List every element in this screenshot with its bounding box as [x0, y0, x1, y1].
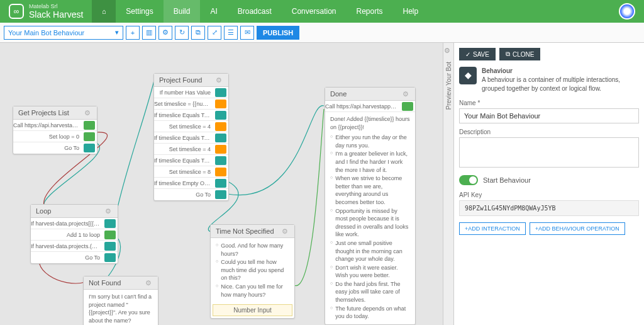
- home-button[interactable]: ⌂: [92, 0, 116, 23]
- number-input-slot[interactable]: Number Input: [213, 304, 292, 316]
- row-text: Call https://api.harvestapp.com/api/v2/.…: [13, 122, 82, 128]
- copy-button[interactable]: ⧉: [191, 26, 205, 40]
- node-not-found[interactable]: Not Found⚙ I'm sorry but I can't find a …: [83, 276, 158, 325]
- node-get-projects[interactable]: Get Projects List⚙ Call https://api.harv…: [13, 106, 97, 154]
- node-time-not-specified[interactable]: Time Not Specified⚙ Good. And for how ma…: [210, 224, 295, 319]
- node-row[interactable]: Add 1 to loop: [31, 229, 118, 241]
- nav-settings[interactable]: Settings: [116, 0, 163, 23]
- row-text: Set timeslice = 4: [154, 146, 213, 152]
- toggle-label: Start Behaviour: [483, 176, 531, 184]
- nav-ai[interactable]: AI: [200, 0, 227, 23]
- save-button[interactable]: ✓ SAVE: [459, 48, 496, 60]
- expand-button[interactable]: ⤢: [208, 26, 221, 40]
- row-text: If timeslice Equals To half day: [154, 112, 213, 118]
- add-behaviour-op-button[interactable]: +ADD BEHAVIOUR OPERATION: [530, 222, 625, 235]
- node-title: Project Found: [159, 76, 202, 84]
- name-input[interactable]: [459, 108, 639, 123]
- node-row[interactable]: Call https://api.harvestapp.com/api/v2/.…: [13, 120, 97, 131]
- node-title: Get Projects List: [18, 109, 69, 117]
- publish-button[interactable]: PUBLISH: [257, 26, 299, 40]
- row-text: Go To: [13, 145, 82, 151]
- gear-icon[interactable]: ⚙: [145, 279, 153, 287]
- row-badge: [215, 100, 226, 108]
- node-row[interactable]: Go To: [154, 189, 228, 200]
- main-nav: SettingsBuildAIBroadcastConversationRepo…: [116, 0, 428, 23]
- list-button[interactable]: ☰: [224, 26, 238, 40]
- gear-icon[interactable]: ⚙: [444, 47, 453, 55]
- node-row[interactable]: Go To: [31, 252, 118, 263]
- node-loop[interactable]: Loop⚙ If harvest-data.projects[{{loop}}]…: [30, 204, 118, 264]
- node-row[interactable]: Go To: [13, 142, 97, 154]
- gear-icon[interactable]: ⚙: [105, 207, 113, 215]
- node-row[interactable]: Set timeslice = 4: [154, 121, 228, 132]
- node-row[interactable]: Set timeslice = 8: [154, 166, 228, 178]
- message-button[interactable]: ✉: [240, 26, 254, 40]
- gear-icon[interactable]: ⚙: [84, 109, 92, 117]
- node-title: Time Not Specified: [216, 227, 274, 235]
- row-badge: [215, 145, 226, 154]
- row-text: If harvest-data.projects.(Length) Great.…: [31, 243, 103, 249]
- node-row[interactable]: If timeslice Equals To all day: [154, 155, 228, 166]
- node-row[interactable]: Set timeslice = {{number}}: [154, 98, 228, 110]
- row-text: Set loop = 0: [13, 134, 82, 140]
- row-text: Go To: [31, 254, 103, 261]
- gear-icon[interactable]: ⚙: [216, 76, 223, 84]
- bot-selector[interactable]: Your Main Bot Behaviour ▾: [4, 26, 123, 40]
- avatar[interactable]: [619, 3, 635, 20]
- brand-supertitle: Matelab Srl: [29, 4, 83, 9]
- node-title: Not Found: [89, 279, 121, 287]
- node-row[interactable]: If number Has Value: [154, 87, 228, 98]
- node-row[interactable]: If harvest-data.projects.(Length) Great.…: [31, 241, 118, 252]
- node-done[interactable]: Done⚙ Call https://api.harvestapp.com/ap…: [325, 87, 416, 325]
- name-label: Name *: [459, 100, 639, 106]
- row-text: If harvest-data.projects[{{loop}}].name.…: [31, 220, 103, 227]
- bullet-item: Opportunity is missed by most people bec…: [330, 207, 410, 239]
- flow-canvas[interactable]: Get Projects List⚙ Call https://api.harv…: [0, 43, 443, 325]
- clone-button[interactable]: ⧉ CLONE: [499, 48, 540, 60]
- toolbar: Your Main Bot Behaviour ▾ + ▥ ⚙ ↻ ⧉ ⤢ ☰ …: [0, 23, 644, 43]
- main-area: Get Projects List⚙ Call https://api.harv…: [0, 43, 644, 325]
- bullet-item: The future depends on what you do today.: [330, 305, 410, 321]
- row-text: Set timeslice = 4: [154, 123, 213, 130]
- node-project-found[interactable]: Project Found⚙ If number Has ValueSet ti…: [153, 73, 229, 201]
- gear-icon[interactable]: ⚙: [282, 227, 289, 235]
- row-text: If timeslice Equals To all day: [154, 157, 213, 164]
- node-row[interactable]: Set timeslice = 4: [154, 144, 228, 155]
- bullet-item: Could you tell me how much time did you …: [216, 258, 289, 282]
- row-text: Go To: [154, 191, 213, 198]
- node-title: Done: [330, 90, 347, 98]
- bullet-item: When we strive to become better than we …: [330, 174, 410, 206]
- settings-button[interactable]: ⚙: [158, 26, 172, 40]
- node-row[interactable]: Set loop = 0: [13, 131, 97, 142]
- add-button[interactable]: +: [126, 26, 140, 40]
- app-header: ∞ Matelab Srl Slack Harvest ⌂ SettingsBu…: [0, 0, 644, 23]
- nav-conversation[interactable]: Conversation: [282, 0, 347, 23]
- nav-reports[interactable]: Reports: [347, 0, 393, 23]
- gear-icon[interactable]: ⚙: [402, 90, 410, 98]
- nav-help[interactable]: Help: [393, 0, 429, 23]
- node-row[interactable]: If timeslice Equals To half day: [154, 132, 228, 144]
- start-toggle[interactable]: [459, 175, 478, 185]
- row-badge: [84, 132, 95, 141]
- chart-button[interactable]: ▥: [142, 26, 156, 40]
- row-badge: [215, 122, 226, 131]
- description-input[interactable]: [459, 137, 639, 168]
- row-text: If timeslice Empty Or Unset: [154, 180, 213, 186]
- api-key-value[interactable]: 98PZw1LG45NYdPM8QWAyJ5YB: [459, 200, 639, 216]
- preview-tab[interactable]: Preview Your Bot: [445, 62, 452, 110]
- row-text: If number Has Value: [154, 89, 213, 96]
- row-badge: [215, 190, 226, 199]
- row-badge: [104, 219, 116, 228]
- node-row[interactable]: If timeslice Equals To half day: [154, 110, 228, 121]
- node-row[interactable]: If harvest-data.projects[{{loop}}].name.…: [31, 218, 118, 229]
- add-interaction-button[interactable]: +ADD INTERACTION: [459, 222, 526, 235]
- row-text: Set timeslice = {{number}}: [154, 101, 213, 107]
- nav-build[interactable]: Build: [164, 0, 201, 23]
- node-row[interactable]: If timeslice Empty Or Unset: [154, 178, 228, 189]
- row-badge: [215, 134, 226, 142]
- refresh-button[interactable]: ↻: [175, 26, 189, 40]
- row-text: Set timeslice = 8: [154, 169, 213, 175]
- row-badge: [104, 231, 116, 239]
- bullet-item: Don't wish it were easier. Wish you were…: [330, 264, 410, 280]
- nav-broadcast[interactable]: Broadcast: [228, 0, 282, 23]
